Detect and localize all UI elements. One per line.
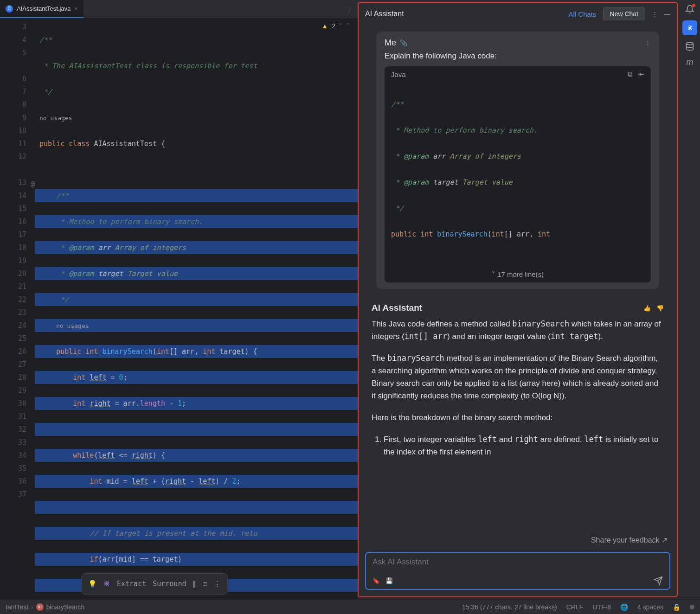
status-dot-icon[interactable] bbox=[690, 605, 694, 609]
file-tab[interactable]: C AIAssistantTest.java × bbox=[0, 0, 83, 18]
ai-header: AI Assistant All Chats New Chat ⋮ — bbox=[359, 3, 677, 25]
new-chat-button[interactable]: New Chat bbox=[603, 7, 645, 20]
ai-input-field[interactable] bbox=[372, 557, 663, 567]
response-title: AI Assistant bbox=[372, 303, 422, 313]
all-chats-link[interactable]: All Chats bbox=[569, 10, 597, 18]
right-toolbar: ֎ m bbox=[680, 0, 700, 599]
tab-bar: C AIAssistantTest.java × ⋮ bbox=[0, 0, 358, 19]
java-class-icon: C bbox=[6, 5, 13, 13]
close-icon[interactable]: × bbox=[74, 5, 78, 12]
insert-icon[interactable]: ⇤ bbox=[638, 70, 644, 78]
user-name: Me bbox=[385, 38, 396, 48]
method-icon: m bbox=[36, 603, 44, 611]
feedback-link[interactable]: Share your feedback ↗ bbox=[359, 534, 677, 548]
breadcrumb[interactable]: tantTest › m binarySearch bbox=[6, 603, 84, 611]
status-bar: tantTest › m binarySearch 15:36 (777 cha… bbox=[0, 599, 700, 614]
encoding[interactable]: UTF-8 bbox=[592, 603, 611, 611]
bulb-icon[interactable]: 💡 bbox=[88, 577, 97, 590]
message-more-icon[interactable]: ⋮ bbox=[645, 39, 651, 46]
code-area[interactable]: /** * The AIAssistantTest class is respo… bbox=[35, 19, 358, 599]
gutter: 345 6789 101112 13@ 141516 171819 202122… bbox=[0, 19, 35, 599]
maven-icon[interactable]: m bbox=[687, 58, 694, 67]
minimize-icon[interactable]: — bbox=[664, 11, 670, 18]
user-prompt-text: Explain the following Java code: bbox=[385, 51, 651, 61]
database-icon[interactable] bbox=[685, 42, 694, 51]
editor-pane: C AIAssistantTest.java × ⋮ ▲ 2 ˄ ˅ 345 6… bbox=[0, 0, 358, 599]
format-icon[interactable]: ≡ bbox=[203, 577, 207, 590]
more-icon[interactable]: ⋮ bbox=[214, 577, 221, 590]
ai-input-box[interactable]: 🔖 💾 bbox=[365, 552, 670, 590]
thumbs-down-icon[interactable]: 👎 bbox=[656, 305, 664, 312]
thumbs-up-icon[interactable]: 👍 bbox=[643, 305, 651, 312]
tab-overflow-icon[interactable]: ⋮ bbox=[346, 6, 358, 13]
response-text: This Java code defines a method called b… bbox=[372, 318, 664, 458]
comment-icon[interactable]: ∥ bbox=[193, 577, 196, 590]
user-message: Me 📎 ⋮ Explain the following Java code: … bbox=[376, 32, 659, 289]
at-icon: @ bbox=[31, 178, 35, 191]
bookmark-icon[interactable]: 🔖 bbox=[372, 577, 380, 584]
swirl-icon[interactable]: ֎ bbox=[103, 577, 110, 590]
attachment-icon[interactable]: 📎 bbox=[400, 39, 407, 46]
ai-assistant-panel: AI Assistant All Chats New Chat ⋮ — Me 📎… bbox=[358, 2, 678, 597]
indent-setting[interactable]: 4 spaces bbox=[637, 603, 663, 611]
send-icon[interactable] bbox=[654, 576, 663, 585]
caret-position[interactable]: 15:36 (777 chars, 27 line breaks) bbox=[462, 603, 557, 611]
ai-title: AI Assistant bbox=[365, 10, 404, 18]
ai-assistant-tool-icon[interactable]: ֎ bbox=[682, 20, 697, 35]
more-icon[interactable]: ⋮ bbox=[652, 11, 658, 18]
expand-snippet[interactable]: ˅ 17 more line(s) bbox=[385, 267, 651, 282]
snippet-language: Java bbox=[391, 70, 406, 78]
copilot-icon[interactable]: 🌐 bbox=[620, 603, 628, 611]
notifications-icon[interactable] bbox=[685, 5, 694, 14]
code-editor[interactable]: ▲ 2 ˄ ˅ 345 6789 101112 13@ 141516 17181… bbox=[0, 19, 358, 599]
save-icon[interactable]: 💾 bbox=[385, 577, 393, 584]
lock-icon[interactable]: 🔒 bbox=[673, 603, 681, 611]
copy-icon[interactable]: ⧉ bbox=[628, 70, 633, 78]
context-actions-bar: 💡 ֎ Extract Surround ∥ ≡ ⋮ bbox=[81, 573, 228, 595]
line-separator[interactable]: CRLF bbox=[566, 603, 584, 611]
file-tab-name: AIAssistantTest.java bbox=[17, 5, 71, 12]
svg-point-0 bbox=[687, 43, 694, 45]
code-snippet: Java ⧉ ⇤ /** * Method to perform binary … bbox=[385, 66, 651, 282]
assistant-response: AI Assistant 👍 👎 This Java code defines … bbox=[367, 298, 668, 467]
extract-action[interactable]: Extract bbox=[117, 577, 146, 590]
surround-action[interactable]: Surround bbox=[153, 577, 186, 590]
